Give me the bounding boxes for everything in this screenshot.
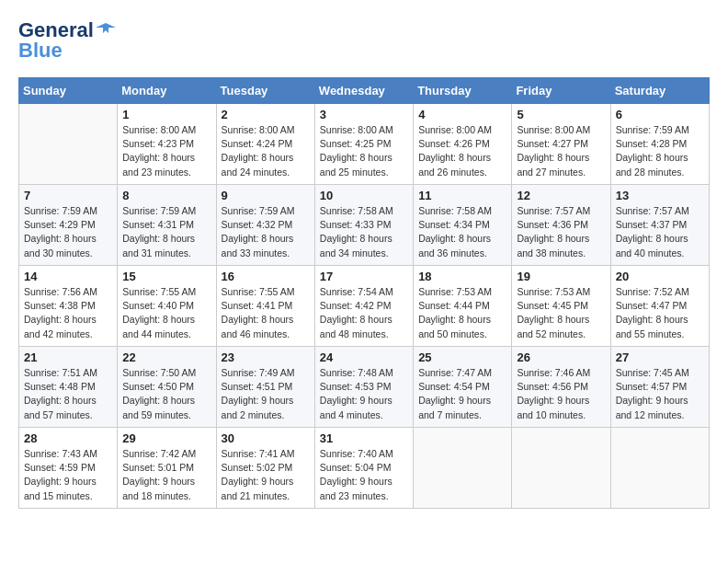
calendar-cell: 22Sunrise: 7:50 AMSunset: 4:50 PMDayligh… [118, 347, 216, 428]
day-number: 15 [122, 270, 210, 283]
day-number: 11 [418, 189, 506, 202]
calendar-cell: 6Sunrise: 7:59 AMSunset: 4:28 PMDaylight… [610, 104, 709, 185]
day-info: Sunrise: 7:59 AMSunset: 4:31 PMDaylight:… [122, 204, 210, 260]
calendar-day-header: Saturday [610, 78, 709, 104]
day-info: Sunrise: 7:57 AMSunset: 4:37 PMDaylight:… [616, 204, 704, 260]
calendar-cell: 14Sunrise: 7:56 AMSunset: 4:38 PMDayligh… [19, 266, 118, 347]
calendar-cell: 29Sunrise: 7:42 AMSunset: 5:01 PMDayligh… [118, 428, 216, 509]
calendar-week-row: 7Sunrise: 7:59 AMSunset: 4:29 PMDaylight… [19, 185, 710, 266]
calendar-week-row: 1Sunrise: 8:00 AMSunset: 4:23 PMDaylight… [19, 104, 710, 185]
day-number: 20 [616, 270, 704, 283]
day-info: Sunrise: 7:50 AMSunset: 4:50 PMDaylight:… [122, 366, 210, 422]
day-info: Sunrise: 7:52 AMSunset: 4:47 PMDaylight:… [616, 285, 704, 341]
calendar-cell: 30Sunrise: 7:41 AMSunset: 5:02 PMDayligh… [216, 428, 314, 509]
day-info: Sunrise: 7:45 AMSunset: 4:57 PMDaylight:… [616, 366, 704, 422]
day-number: 9 [222, 189, 310, 202]
calendar-week-row: 14Sunrise: 7:56 AMSunset: 4:38 PMDayligh… [19, 266, 710, 347]
day-number: 17 [320, 270, 408, 283]
header: General Blue [18, 18, 710, 63]
calendar-cell: 23Sunrise: 7:49 AMSunset: 4:51 PMDayligh… [216, 347, 314, 428]
day-info: Sunrise: 7:46 AMSunset: 4:56 PMDaylight:… [517, 366, 605, 422]
calendar-cell [19, 104, 118, 185]
calendar-day-header: Tuesday [216, 78, 314, 104]
day-info: Sunrise: 8:00 AMSunset: 4:27 PMDaylight:… [517, 123, 605, 179]
calendar-cell [512, 428, 610, 509]
calendar-cell: 24Sunrise: 7:48 AMSunset: 4:53 PMDayligh… [314, 347, 413, 428]
calendar-cell [414, 428, 512, 509]
day-number: 25 [418, 350, 506, 364]
day-number: 14 [24, 270, 112, 283]
calendar-cell: 5Sunrise: 8:00 AMSunset: 4:27 PMDaylight… [512, 104, 610, 185]
calendar-cell: 17Sunrise: 7:54 AMSunset: 4:42 PMDayligh… [314, 266, 413, 347]
calendar-cell: 4Sunrise: 8:00 AMSunset: 4:26 PMDaylight… [414, 104, 512, 185]
day-info: Sunrise: 7:49 AMSunset: 4:51 PMDaylight:… [222, 366, 310, 422]
calendar-cell [610, 428, 709, 509]
day-number: 4 [418, 108, 506, 121]
day-number: 16 [222, 270, 310, 283]
day-info: Sunrise: 7:54 AMSunset: 4:42 PMDaylight:… [320, 285, 408, 341]
calendar-cell: 15Sunrise: 7:55 AMSunset: 4:40 PMDayligh… [118, 266, 216, 347]
day-info: Sunrise: 7:58 AMSunset: 4:33 PMDaylight:… [320, 204, 408, 260]
day-info: Sunrise: 7:48 AMSunset: 4:53 PMDaylight:… [320, 366, 408, 422]
logo-blue: Blue [18, 39, 63, 63]
day-number: 29 [122, 431, 210, 445]
day-number: 10 [320, 189, 408, 202]
day-info: Sunrise: 7:56 AMSunset: 4:38 PMDaylight:… [24, 285, 112, 341]
day-info: Sunrise: 7:57 AMSunset: 4:36 PMDaylight:… [517, 204, 605, 260]
calendar-cell: 28Sunrise: 7:43 AMSunset: 4:59 PMDayligh… [19, 428, 118, 509]
day-info: Sunrise: 7:59 AMSunset: 4:32 PMDaylight:… [222, 204, 310, 260]
calendar-cell: 26Sunrise: 7:46 AMSunset: 4:56 PMDayligh… [512, 347, 610, 428]
day-number: 22 [122, 350, 210, 364]
day-number: 21 [24, 350, 112, 364]
calendar-cell: 7Sunrise: 7:59 AMSunset: 4:29 PMDaylight… [19, 185, 118, 266]
calendar-week-row: 28Sunrise: 7:43 AMSunset: 4:59 PMDayligh… [19, 428, 710, 509]
calendar-cell: 8Sunrise: 7:59 AMSunset: 4:31 PMDaylight… [118, 185, 216, 266]
day-info: Sunrise: 7:58 AMSunset: 4:34 PMDaylight:… [418, 204, 506, 260]
logo: General Blue [18, 18, 116, 63]
day-number: 28 [24, 431, 112, 445]
svg-marker-0 [96, 23, 116, 33]
calendar-day-header: Thursday [414, 78, 512, 104]
calendar-cell: 10Sunrise: 7:58 AMSunset: 4:33 PMDayligh… [314, 185, 413, 266]
day-number: 30 [222, 431, 310, 445]
day-number: 13 [616, 189, 704, 202]
day-info: Sunrise: 7:42 AMSunset: 5:01 PMDaylight:… [122, 447, 210, 503]
calendar-day-header: Wednesday [314, 78, 413, 104]
day-number: 8 [122, 189, 210, 202]
day-number: 6 [616, 108, 704, 121]
calendar-header: SundayMondayTuesdayWednesdayThursdayFrid… [19, 78, 710, 104]
day-info: Sunrise: 8:00 AMSunset: 4:26 PMDaylight:… [418, 123, 506, 179]
day-info: Sunrise: 7:53 AMSunset: 4:45 PMDaylight:… [517, 285, 605, 341]
day-info: Sunrise: 7:51 AMSunset: 4:48 PMDaylight:… [24, 366, 112, 422]
day-info: Sunrise: 8:00 AMSunset: 4:25 PMDaylight:… [320, 123, 408, 179]
calendar-week-row: 21Sunrise: 7:51 AMSunset: 4:48 PMDayligh… [19, 347, 710, 428]
day-info: Sunrise: 7:43 AMSunset: 4:59 PMDaylight:… [24, 447, 112, 503]
logo-bird-icon [96, 20, 116, 40]
calendar-cell: 13Sunrise: 7:57 AMSunset: 4:37 PMDayligh… [610, 185, 709, 266]
day-info: Sunrise: 7:55 AMSunset: 4:41 PMDaylight:… [222, 285, 310, 341]
calendar-cell: 25Sunrise: 7:47 AMSunset: 4:54 PMDayligh… [414, 347, 512, 428]
calendar-cell: 12Sunrise: 7:57 AMSunset: 4:36 PMDayligh… [512, 185, 610, 266]
day-info: Sunrise: 7:47 AMSunset: 4:54 PMDaylight:… [418, 366, 506, 422]
calendar-cell: 31Sunrise: 7:40 AMSunset: 5:04 PMDayligh… [314, 428, 413, 509]
day-info: Sunrise: 7:53 AMSunset: 4:44 PMDaylight:… [418, 285, 506, 341]
day-info: Sunrise: 7:55 AMSunset: 4:40 PMDaylight:… [122, 285, 210, 341]
day-number: 2 [222, 108, 310, 121]
calendar-cell: 1Sunrise: 8:00 AMSunset: 4:23 PMDaylight… [118, 104, 216, 185]
day-number: 3 [320, 108, 408, 121]
day-number: 18 [418, 270, 506, 283]
day-info: Sunrise: 7:59 AMSunset: 4:29 PMDaylight:… [24, 204, 112, 260]
day-number: 19 [517, 270, 605, 283]
day-number: 12 [517, 189, 605, 202]
calendar-table: SundayMondayTuesdayWednesdayThursdayFrid… [18, 77, 710, 509]
calendar-cell: 18Sunrise: 7:53 AMSunset: 4:44 PMDayligh… [414, 266, 512, 347]
day-number: 31 [320, 431, 408, 445]
day-info: Sunrise: 7:40 AMSunset: 5:04 PMDaylight:… [320, 447, 408, 503]
calendar-day-header: Monday [118, 78, 216, 104]
calendar-day-header: Friday [512, 78, 610, 104]
day-number: 24 [320, 350, 408, 364]
calendar-body: 1Sunrise: 8:00 AMSunset: 4:23 PMDaylight… [19, 104, 710, 509]
calendar-cell: 21Sunrise: 7:51 AMSunset: 4:48 PMDayligh… [19, 347, 118, 428]
day-number: 5 [517, 108, 605, 121]
calendar-cell: 3Sunrise: 8:00 AMSunset: 4:25 PMDaylight… [314, 104, 413, 185]
